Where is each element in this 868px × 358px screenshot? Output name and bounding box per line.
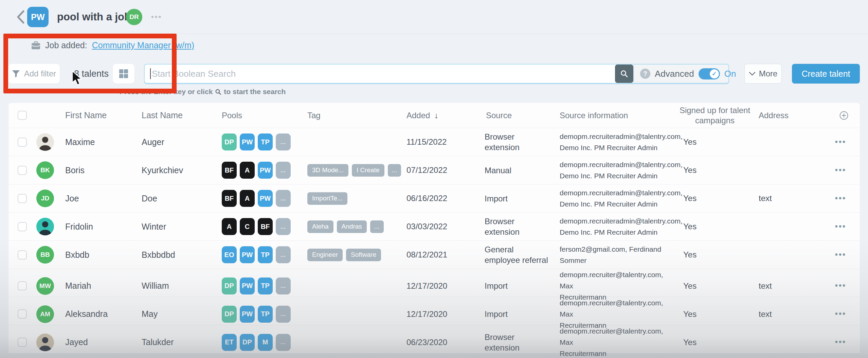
grid-view-button[interactable] <box>113 64 134 84</box>
table-row[interactable]: MWMariahWilliamDPPWTP...12/17/2020Import… <box>8 269 860 297</box>
pool-chip[interactable]: DP <box>222 278 237 294</box>
tag-more-chip[interactable]: ... <box>370 220 384 233</box>
pool-chip[interactable]: PW <box>240 278 255 294</box>
more-button[interactable]: More <box>744 64 782 84</box>
pool-chip[interactable]: A <box>240 162 255 179</box>
row-checkbox[interactable] <box>18 194 27 203</box>
pool-chip[interactable]: PW <box>240 133 255 150</box>
header-cell-address[interactable]: Address <box>751 111 808 120</box>
header-cell-first-name[interactable]: First Name <box>61 110 138 120</box>
row-checkbox[interactable] <box>18 166 27 175</box>
pool-chip[interactable]: BF <box>222 190 237 207</box>
avatar[interactable]: BK <box>36 161 54 179</box>
pool-chip[interactable]: EO <box>222 246 237 263</box>
header-cell-source[interactable]: Source <box>481 111 557 120</box>
row-actions-button[interactable]: ••• <box>808 166 860 175</box>
row-actions-button[interactable]: ••• <box>808 281 860 290</box>
pool-chip[interactable]: M <box>258 334 273 351</box>
header-cell-signed-up[interactable]: Signed up for talent campaigns <box>679 105 751 126</box>
tag-chip[interactable]: Aleha <box>307 220 333 233</box>
pool-more-chip[interactable]: ... <box>276 334 291 351</box>
header-cell-last-name[interactable]: Last Name <box>138 110 219 120</box>
pool-more-chip[interactable]: ... <box>276 162 291 179</box>
pool-chip[interactable]: TP <box>258 246 273 263</box>
tag-chip[interactable]: Andras <box>337 220 367 233</box>
tag-chip[interactable]: Software <box>346 249 381 261</box>
tag-chip[interactable]: ImportTe... <box>307 192 347 205</box>
avatar[interactable]: AM <box>36 305 54 323</box>
row-actions-button[interactable]: ••• <box>808 194 860 203</box>
row-actions-button[interactable]: ••• <box>808 138 860 147</box>
row-actions-button[interactable]: ••• <box>808 222 860 231</box>
avatar[interactable] <box>36 334 54 351</box>
table-row[interactable]: BBBxbdbBxbbdbdEOPWTP...EngineerSoftware0… <box>8 241 860 269</box>
help-icon[interactable]: ? <box>640 69 650 79</box>
row-actions-button[interactable]: ••• <box>808 250 860 259</box>
add-filter-button[interactable]: Add filter <box>8 64 60 84</box>
pool-chip[interactable]: PW <box>258 162 273 179</box>
table-row[interactable]: MaximeAugerDPPWTP...11/15/2022Browser ex… <box>8 128 860 156</box>
pool-chip[interactable]: PW <box>258 190 273 207</box>
tag-more-chip[interactable]: ... <box>388 164 401 177</box>
row-checkbox[interactable] <box>18 138 27 147</box>
avatar[interactable]: BB <box>36 246 54 264</box>
row-checkbox[interactable] <box>18 309 27 319</box>
pool-chip[interactable]: ET <box>222 334 237 351</box>
pool-chip[interactable]: TP <box>258 306 273 323</box>
row-checkbox[interactable] <box>18 338 27 347</box>
table-row[interactable]: BKBorisKyurkchievBFAPW...3D Mode...I Cre… <box>8 156 860 184</box>
advanced-toggle[interactable]: ✓ <box>699 68 720 79</box>
header-cell-added[interactable]: Added ↓ <box>402 111 481 120</box>
avatar[interactable]: JD <box>36 190 54 207</box>
pool-chip[interactable]: TP <box>258 278 273 294</box>
pool-chip[interactable]: TP <box>258 133 273 150</box>
pool-more-chip[interactable]: ... <box>276 246 291 263</box>
avatar[interactable] <box>36 218 54 235</box>
search-button[interactable] <box>615 65 633 83</box>
pool-chip[interactable]: BF <box>222 162 237 179</box>
add-column-icon[interactable] <box>839 111 848 120</box>
avatar[interactable]: MW <box>36 277 54 295</box>
pool-more-chip[interactable]: ... <box>276 278 291 294</box>
pool-more-chip[interactable]: ... <box>276 190 291 207</box>
tag-chip[interactable]: 3D Mode... <box>307 164 348 177</box>
header-cell-tag[interactable]: Tag <box>304 111 402 120</box>
create-talent-button[interactable]: Create talent <box>792 64 860 84</box>
table-row[interactable]: JayedTalukderETDPM...06/23/2020Browser e… <box>8 325 860 354</box>
pool-chip[interactable]: PW <box>240 246 255 263</box>
sort-descending-icon[interactable]: ↓ <box>434 111 438 120</box>
source-info-line: demopm.recruiteradmin@talentry.com, <box>560 131 676 142</box>
header-cell-source-information[interactable]: Source information <box>557 111 679 120</box>
row-checkbox[interactable] <box>18 222 27 231</box>
table-row[interactable]: FridolinWinterACBF...AlehaAndras...03/03… <box>8 213 860 241</box>
search-input[interactable] <box>152 69 615 79</box>
pool-more-chip[interactable]: ... <box>276 133 291 150</box>
row-actions-button[interactable]: ••• <box>808 338 860 347</box>
pool-chip[interactable]: DP <box>222 133 237 150</box>
table-row[interactable]: AMAleksandraMayDPPWTP...12/17/2020Import… <box>8 297 860 325</box>
pool-badge[interactable]: PW <box>27 7 49 27</box>
row-checkbox[interactable] <box>18 281 27 290</box>
pool-chip[interactable]: DP <box>240 334 255 351</box>
pool-chip[interactable]: PW <box>240 306 255 323</box>
pool-more-menu-button[interactable]: ••• <box>151 0 162 34</box>
pool-chip[interactable]: A <box>222 218 237 235</box>
table-row[interactable]: JDJoeDoeBFAPW...ImportTe...06/16/2022Imp… <box>8 184 860 213</box>
pool-chip[interactable]: C <box>240 218 255 235</box>
row-checkbox[interactable] <box>18 250 27 259</box>
pool-chip[interactable]: BF <box>258 218 273 235</box>
source-cell: Browser extension <box>481 332 557 353</box>
pool-more-chip[interactable]: ... <box>276 306 291 323</box>
search-bar: ? Advanced ✓ On <box>144 64 729 84</box>
header-cell-pools[interactable]: Pools <box>219 111 304 120</box>
tag-chip[interactable]: Engineer <box>307 249 343 261</box>
pool-chip[interactable]: A <box>240 190 255 207</box>
select-all-checkbox[interactable] <box>18 111 27 120</box>
avatar[interactable] <box>36 133 54 151</box>
owner-avatar[interactable]: DR <box>126 9 142 25</box>
pool-chip[interactable]: DP <box>222 306 237 323</box>
row-actions-button[interactable]: ••• <box>808 309 860 319</box>
tag-chip[interactable]: I Create <box>352 164 384 177</box>
pool-more-chip[interactable]: ... <box>276 218 291 235</box>
job-link[interactable]: Community Manager (w/m) <box>92 40 194 50</box>
